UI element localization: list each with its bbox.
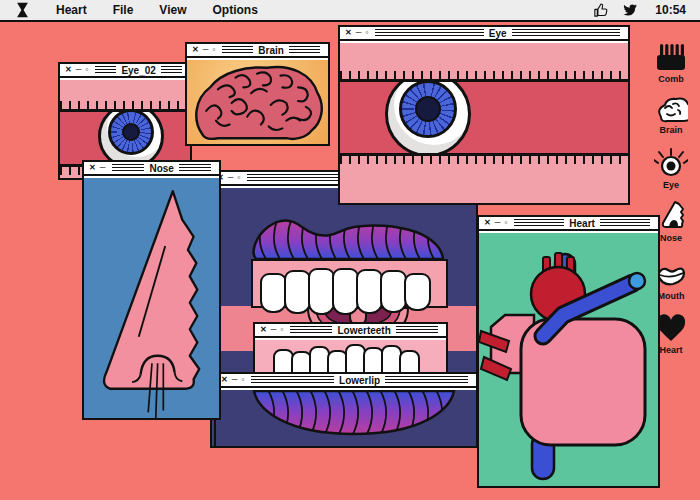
minimize-icon[interactable]: ─ [203, 46, 209, 54]
menu-item-file[interactable]: File [100, 3, 147, 17]
titlebar-lines [396, 326, 438, 334]
lowerlip-titlebar[interactable]: ✕ ─ ▫ Lowerlip [216, 374, 476, 388]
eye-window[interactable]: ✕ ─ ▫ Eye [338, 25, 630, 205]
titlebar-lines [95, 66, 116, 74]
minimize-icon[interactable]: ─ [76, 66, 82, 74]
titlebar-lines [251, 376, 334, 384]
eye02-titlebar[interactable]: ✕ ─ ▫ Eye_02 [60, 64, 190, 78]
heart-titlebar[interactable]: ✕ ─ ▫ Heart [479, 217, 658, 231]
tooth [332, 268, 359, 315]
desktop-icon-eye[interactable]: Eye [646, 148, 696, 190]
eye-titlebar[interactable]: ✕ ─ ▫ Eye [340, 27, 628, 41]
minimize-icon[interactable]: ─ [356, 29, 362, 37]
zoom-icon[interactable]: ▫ [241, 376, 244, 384]
lowerteeth-window[interactable]: ✕ ─ ▫ Lowerteeth [253, 322, 448, 377]
close-icon[interactable]: ✕ [192, 46, 199, 54]
close-icon[interactable]: ✕ [484, 219, 491, 227]
titlebar-lines [385, 376, 468, 384]
titlebar-lines [112, 164, 144, 172]
titlebar-lines [161, 66, 182, 74]
minimize-icon[interactable]: ─ [232, 376, 238, 384]
minimize-icon[interactable]: ─ [495, 219, 501, 227]
minimize-icon[interactable]: ─ [271, 326, 277, 334]
titlebar-lines [222, 46, 253, 54]
eyelash-fringe [340, 153, 628, 164]
icon-label: Brain [659, 125, 682, 135]
eyelash-fringe [340, 71, 628, 82]
close-icon[interactable]: ✕ [221, 376, 228, 384]
lowerlip-window[interactable]: ✕ ─ ▫ Lowerlip [214, 372, 478, 448]
tooth [356, 269, 383, 314]
twitter-bird-icon[interactable] [621, 3, 637, 17]
thumbs-up-icon[interactable] [593, 2, 609, 18]
nose-titlebar[interactable]: ✕ ─ Nose [84, 162, 219, 176]
zoom-icon[interactable]: ▫ [504, 219, 507, 227]
titlebar-lines [514, 219, 564, 227]
window-title: Nose [147, 163, 175, 174]
brain-illustration [187, 60, 328, 144]
upper-lip-illustration [248, 216, 450, 262]
icon-label: Mouth [658, 291, 685, 301]
brain-titlebar[interactable]: ✕ ─ ▫ Brain [187, 44, 328, 58]
icon-label: Comb [658, 74, 684, 84]
eyeball-illustration [385, 82, 471, 153]
icon-label: Nose [660, 233, 682, 243]
lower-teeth [273, 344, 417, 375]
upper-teeth [260, 268, 428, 315]
minimize-icon[interactable]: ─ [228, 174, 234, 182]
titlebar-lines [289, 46, 320, 54]
brain-icon [654, 95, 688, 123]
zoom-icon[interactable]: ▫ [365, 29, 368, 37]
window-title: Eye [487, 28, 509, 39]
menu-item-options[interactable]: Options [200, 3, 271, 17]
tooth [404, 273, 431, 311]
desktop-icon-brain[interactable]: Brain [646, 95, 696, 135]
tooth [308, 268, 335, 315]
icon-label: Eye [663, 180, 679, 190]
nose-window[interactable]: ✕ ─ Nose [82, 160, 221, 420]
hourglass-logo-icon[interactable] [16, 1, 29, 19]
zoom-icon[interactable]: ▫ [212, 46, 215, 54]
titlebar-lines [600, 219, 650, 227]
titlebar-lines [375, 29, 484, 37]
zoom-icon[interactable]: ▫ [237, 174, 240, 182]
window-title: Brain [256, 45, 286, 56]
close-icon[interactable]: ✕ [89, 164, 96, 172]
menubar-clock: 10:54 [655, 3, 686, 17]
nose-illustration [84, 178, 219, 418]
titlebar-lines [512, 29, 621, 37]
close-icon[interactable]: ✕ [65, 66, 72, 74]
zoom-icon[interactable]: ▫ [85, 66, 88, 74]
tooth [260, 273, 287, 313]
window-title: Lowerteeth [335, 325, 392, 336]
eyeball-illustration [98, 112, 164, 164]
window-title: Eye_02 [119, 65, 157, 76]
close-icon[interactable]: ✕ [345, 29, 352, 37]
titlebar-lines [290, 326, 332, 334]
heart-illustration [479, 233, 658, 486]
eyelash-fringe [60, 101, 190, 112]
comb-icon [655, 42, 687, 72]
tooth [284, 270, 311, 314]
zoom-icon[interactable]: ▫ [280, 326, 283, 334]
menu-item-heart[interactable]: Heart [43, 3, 100, 17]
icon-label: Heart [659, 345, 682, 355]
eye-icon [654, 148, 688, 178]
window-title: Heart [567, 218, 597, 229]
close-icon[interactable]: ✕ [260, 326, 267, 334]
brain-window[interactable]: ✕ ─ ▫ Brain [185, 42, 330, 146]
eye-content [340, 43, 628, 203]
menubar: Heart File View Options 10:54 [0, 0, 700, 22]
titlebar-lines [179, 164, 211, 172]
tooth [380, 270, 407, 313]
lower-lip-illustration [250, 390, 458, 436]
window-title: Lowerlip [337, 375, 382, 386]
minimize-icon[interactable]: ─ [100, 164, 106, 172]
lowerteeth-titlebar[interactable]: ✕ ─ ▫ Lowerteeth [255, 324, 446, 338]
heart-window[interactable]: ✕ ─ ▫ Heart [477, 215, 660, 488]
menu-item-view[interactable]: View [146, 3, 199, 17]
desktop-icon-comb[interactable]: Comb [646, 42, 696, 84]
desktop: ✕ ─ ▫ Eye_02 ✕ ─ ▫ [0, 0, 700, 500]
